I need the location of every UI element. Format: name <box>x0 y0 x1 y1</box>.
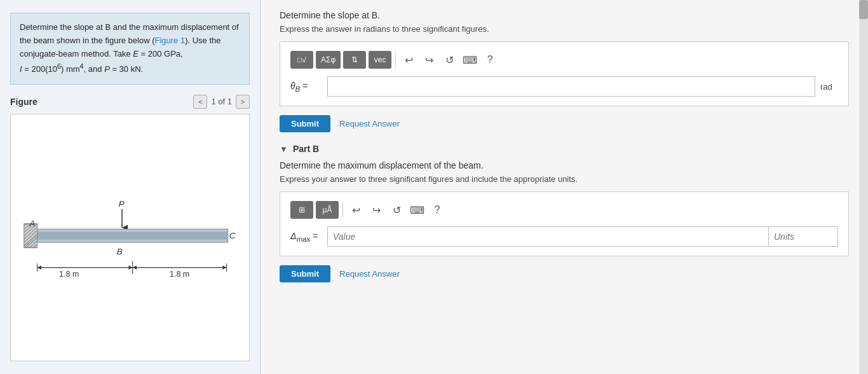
undo-icon-b: ↩ <box>352 204 360 216</box>
refresh-btn-b[interactable]: ↺ <box>388 201 405 219</box>
keyboard-btn-b[interactable]: ⌨ <box>408 201 426 219</box>
keyboard-btn-a[interactable]: ⌨ <box>461 51 478 69</box>
vec-label-a: vec <box>374 55 386 64</box>
arrow-btn-a[interactable]: ⇅ <box>343 51 366 69</box>
redo-btn-a[interactable]: ↪ <box>420 51 438 69</box>
refresh-icon-b: ↺ <box>393 204 401 216</box>
nav-prev-button[interactable]: < <box>193 95 207 109</box>
beam-diagram: P <box>11 114 249 361</box>
arrow-icon-a: ⇅ <box>351 55 358 64</box>
request-answer-link-a[interactable]: Request Answer <box>339 119 400 128</box>
figure-nav: < 1 of 1 > <box>193 95 250 109</box>
value-input-b[interactable] <box>327 226 768 247</box>
help-btn-b[interactable]: ? <box>428 201 446 219</box>
refresh-btn-a[interactable]: ↺ <box>440 51 458 69</box>
symbol-btn-a[interactable]: ΑΣφ <box>316 51 341 69</box>
toolbar-b: ⊞ μÅ ↩ ↪ ↺ ⌨ ? <box>290 201 838 219</box>
label-a: A <box>29 219 35 228</box>
collapse-btn-b[interactable]: ▼ <box>280 144 288 154</box>
figure-nav-label: 1 of 1 <box>211 97 232 106</box>
part-b-title: Part B <box>293 144 319 154</box>
submit-btn-a[interactable]: Submit <box>280 115 330 132</box>
svg-rect-2 <box>37 232 228 240</box>
btn-row-b: Submit Request Answer <box>280 265 849 282</box>
figure-section: Figure < 1 of 1 > P <box>10 95 250 361</box>
problem-text-5: I = 200(106) mm4, and P = 30 kN. <box>20 64 143 74</box>
problem-statement: Determine the slope at B and the maximum… <box>10 13 250 85</box>
part-b-header-row: ▼ Part B <box>280 144 849 154</box>
sep-2 <box>342 202 343 218</box>
input-row-b: Δmax = <box>290 226 838 247</box>
part-b-answer-box: ⊞ μÅ ↩ ↪ ↺ ⌨ ? Δmax = <box>280 191 849 256</box>
grid-btn-b[interactable]: ⊞ <box>290 201 313 219</box>
figure-title: Figure <box>10 97 37 107</box>
undo-icon-a: ↩ <box>405 54 413 66</box>
right-panel: Determine the slope at B. Express the an… <box>261 0 868 374</box>
left-panel: Determine the slope at B and the maximum… <box>0 0 261 374</box>
request-answer-link-b[interactable]: Request Answer <box>339 269 400 279</box>
keyboard-icon-b: ⌨ <box>410 204 424 216</box>
problem-text-1: Determine the slope at B and the maximum… <box>20 22 239 32</box>
refresh-icon-a: ↺ <box>445 54 454 66</box>
input-row-a: θB = rad <box>290 76 838 97</box>
sqrt-icon-a: □√ <box>297 55 306 64</box>
figure-canvas: P <box>10 114 250 361</box>
help-icon-a: ? <box>487 54 493 66</box>
redo-icon-a: ↪ <box>425 54 433 66</box>
help-icon-b: ? <box>435 204 440 216</box>
label-b: B <box>117 246 123 256</box>
label-p: P <box>119 198 125 208</box>
keyboard-icon-a: ⌨ <box>463 54 477 66</box>
sep-1 <box>395 52 396 67</box>
units-input-b[interactable] <box>768 226 838 247</box>
figure-link[interactable]: Figure 1 <box>154 36 185 45</box>
help-btn-a[interactable]: ? <box>481 51 499 69</box>
problem-text-2: the beam shown in the figure below ( <box>20 36 154 45</box>
input-label-b: Δmax = <box>290 231 322 243</box>
unit-icon-b: μÅ <box>323 205 332 214</box>
part-a-subheading: Express the answer in radians to three s… <box>280 24 849 34</box>
nav-next-button[interactable]: > <box>236 95 250 109</box>
unit-label-a: rad <box>820 82 838 92</box>
part-b-heading: Determine the maximum displacement of th… <box>280 160 849 170</box>
label-c: C <box>229 230 236 240</box>
part-a-answer-box: □√ ΑΣφ ⇅ vec ↩ ↪ ↺ ⌨ <box>280 41 849 106</box>
sqrt-btn-a[interactable]: □√ <box>290 51 313 69</box>
toolbar-a: □√ ΑΣφ ⇅ vec ↩ ↪ ↺ ⌨ <box>290 51 838 69</box>
problem-text-3: ). Use the <box>185 36 220 45</box>
scrollbar-thumb[interactable] <box>859 0 868 19</box>
undo-btn-a[interactable]: ↩ <box>400 51 417 69</box>
unit-btn-b[interactable]: μÅ <box>316 201 339 219</box>
symbol-icon-a: ΑΣφ <box>321 55 336 64</box>
theta-b-input[interactable] <box>327 76 815 97</box>
dim-right-label: 1.8 m <box>170 270 189 279</box>
value-units-row <box>327 226 838 247</box>
grid-icon-b: ⊞ <box>299 205 305 214</box>
dim-left-label: 1.8 m <box>59 270 79 279</box>
btn-row-a: Submit Request Answer <box>280 115 849 132</box>
part-b-subheading: Express your answer to three significant… <box>280 174 849 184</box>
redo-btn-b[interactable]: ↪ <box>367 201 385 219</box>
scrollbar-track[interactable] <box>859 0 868 374</box>
input-label-a: θB = <box>290 81 322 93</box>
figure-header: Figure < 1 of 1 > <box>10 95 250 109</box>
redo-icon-b: ↪ <box>372 204 381 216</box>
problem-text-4: conjugate-beam method. Take E = 200 GPa, <box>20 49 183 59</box>
submit-btn-b[interactable]: Submit <box>280 265 330 282</box>
vec-btn-a[interactable]: vec <box>369 51 391 69</box>
undo-btn-b[interactable]: ↩ <box>347 201 365 219</box>
part-a-heading: Determine the slope at B. <box>280 10 849 20</box>
